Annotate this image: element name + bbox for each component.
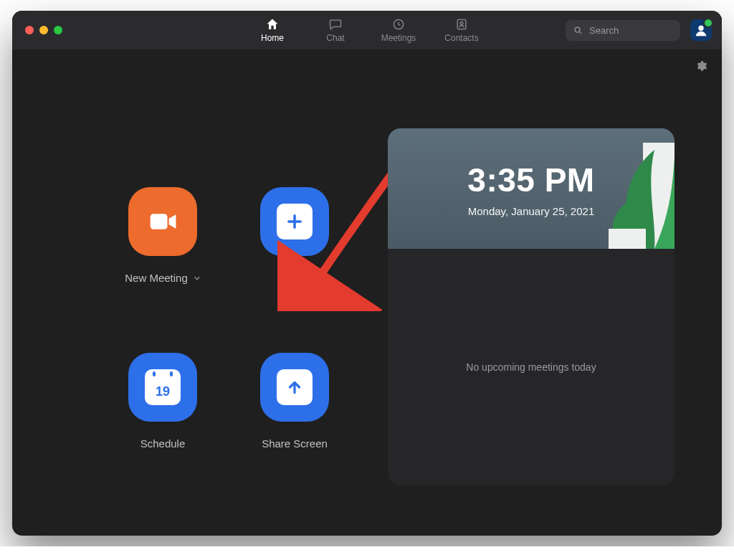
action-join: Join	[230, 187, 359, 284]
svg-rect-6	[643, 143, 675, 249]
content-area: New Meeting Join	[12, 49, 722, 536]
avatar[interactable]	[690, 19, 712, 41]
svg-point-3	[575, 27, 580, 32]
app-window: Home Chat Meetings Contacts	[12, 11, 722, 536]
chevron-down-icon	[194, 275, 201, 282]
tab-contacts[interactable]: Contacts	[438, 11, 485, 49]
tab-label: Meetings	[381, 33, 416, 43]
share-screen-label: Share Screen	[262, 437, 328, 450]
schedule-button[interactable]: 19	[128, 353, 197, 422]
tab-label: Contacts	[444, 33, 478, 43]
join-label: Join	[285, 272, 305, 284]
tab-label: Chat	[326, 33, 344, 43]
svg-point-4	[698, 26, 703, 31]
new-meeting-button[interactable]	[128, 187, 197, 256]
action-share-screen: Share Screen	[230, 353, 359, 450]
upcoming-empty-text: No upcoming meetings today	[466, 361, 596, 373]
titlebar-right	[566, 11, 712, 49]
main-tabs: Home Chat Meetings Contacts	[249, 11, 485, 49]
contacts-icon	[454, 17, 470, 32]
clock-time: 3:35 PM	[467, 161, 594, 199]
card-header: 3:35 PM Monday, January 25, 2021	[388, 128, 675, 249]
fullscreen-window-button[interactable]	[54, 26, 62, 34]
join-button[interactable]	[260, 187, 329, 256]
share-icon-bg	[277, 369, 313, 405]
home-icon	[264, 17, 280, 32]
window-controls	[12, 26, 62, 34]
search-input[interactable]	[588, 24, 673, 37]
upcoming-card: 3:35 PM Monday, January 25, 2021 No upco…	[388, 128, 675, 485]
join-icon-bg	[277, 204, 313, 239]
search-icon	[573, 25, 583, 36]
chat-icon	[328, 17, 343, 32]
tab-label: Home	[261, 33, 284, 43]
svg-rect-5	[151, 214, 168, 229]
plus-icon	[285, 212, 305, 232]
search-field[interactable]	[566, 20, 680, 41]
video-icon	[144, 203, 181, 240]
clock-icon	[391, 17, 406, 32]
tab-chat[interactable]: Chat	[312, 11, 359, 49]
titlebar: Home Chat Meetings Contacts	[12, 11, 722, 49]
clock-date: Monday, January 25, 2021	[468, 205, 595, 217]
calendar-date: 19	[156, 379, 170, 405]
action-label-text: New Meeting	[125, 272, 188, 284]
arrow-up-icon	[285, 378, 304, 397]
presence-indicator	[703, 18, 713, 28]
tab-home[interactable]: Home	[249, 11, 296, 49]
close-window-button[interactable]	[25, 26, 34, 34]
home-actions: New Meeting Join	[98, 187, 359, 450]
minimize-window-button[interactable]	[39, 26, 48, 34]
schedule-label: Schedule	[140, 437, 186, 450]
settings-button[interactable]	[695, 60, 707, 75]
upcoming-body: No upcoming meetings today	[388, 249, 675, 485]
gear-icon	[695, 60, 707, 72]
new-meeting-dropdown[interactable]: New Meeting	[125, 272, 201, 284]
svg-point-2	[460, 22, 463, 24]
svg-rect-7	[609, 229, 646, 249]
calendar-icon: 19	[145, 369, 181, 405]
share-screen-button[interactable]	[260, 353, 329, 422]
action-schedule: 19 Schedule	[98, 353, 227, 450]
action-new-meeting: New Meeting	[98, 187, 227, 284]
tab-meetings[interactable]: Meetings	[375, 11, 422, 49]
